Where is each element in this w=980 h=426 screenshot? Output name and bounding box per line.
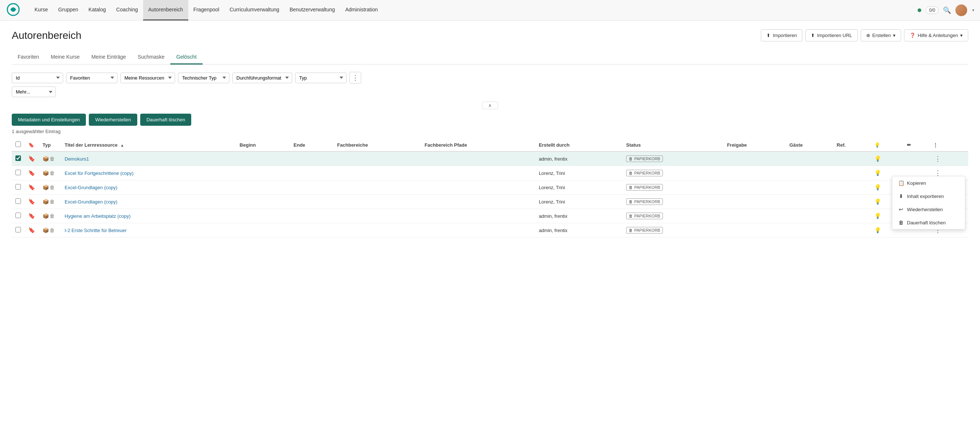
tab-meine-eintraege[interactable]: Meine Einträge <box>86 50 132 65</box>
avatar-caret[interactable]: ▾ <box>972 8 974 12</box>
collapse-filters-button[interactable]: ∧ <box>482 101 498 109</box>
context-menu-icon: ⬇ <box>898 193 904 199</box>
nav-item-coaching[interactable]: Coaching <box>111 0 143 21</box>
navbar-right: 0/0 🔍 ▾ <box>918 5 974 16</box>
bulb-icon[interactable]: 💡 <box>874 213 881 219</box>
hilfe-button[interactable]: ❓ Hilfe & Anleitungen ▾ <box>904 29 968 41</box>
filter-id[interactable]: Id <box>12 73 63 83</box>
edit-header-icon: ✏ <box>907 142 911 148</box>
nav-item-administration[interactable]: Administration <box>340 0 383 21</box>
trash-icon: 🗑 <box>629 185 633 190</box>
row-checkbox[interactable] <box>16 213 21 218</box>
row-status-cell: 🗑 PAPIERKORB <box>622 195 724 209</box>
bookmark-icon[interactable]: 🔖 <box>28 184 35 190</box>
trash-icon: 🗑 <box>629 157 633 161</box>
tab-meine-kurse[interactable]: Meine Kurse <box>45 50 86 65</box>
row-menu-button[interactable]: ⋮ <box>933 155 943 163</box>
nav-item-kurse[interactable]: Kurse <box>29 0 53 21</box>
table-row: 🔖 📦 🗑 I-2 Erste Schritte für Betreuer ad… <box>12 223 968 238</box>
logo[interactable] <box>6 2 21 18</box>
filter-technischer-typ[interactable]: Technischer Typ <box>178 73 229 83</box>
th-titel[interactable]: Titel der Lernressource ▲ <box>61 139 236 151</box>
row-ende-cell <box>290 195 334 209</box>
th-select-all <box>12 139 25 151</box>
nav-item-benutzerverwaltung[interactable]: Benutzerverwaltung <box>285 0 340 21</box>
filter-more-options-button[interactable]: ⋮ <box>349 72 361 84</box>
bookmark-icon[interactable]: 🔖 <box>28 170 35 176</box>
type-icon-2: 🗑 <box>49 156 55 162</box>
row-checkbox[interactable] <box>16 227 21 233</box>
avatar[interactable] <box>955 5 967 16</box>
nav-item-katalog[interactable]: Katalog <box>83 0 111 21</box>
importieren-url-button[interactable]: ⬆ Importieren URL <box>805 29 858 41</box>
bookmark-icon[interactable]: 🔖 <box>28 227 35 233</box>
wiederherstellen-button[interactable]: Wiederherstellen <box>89 114 137 126</box>
filter-durchfuehrungsformat[interactable]: Durchführungsformat <box>232 73 292 83</box>
tab-suchmaske[interactable]: Suchmaske <box>132 50 170 65</box>
page-content: Autorenbereich ⬆ Importieren ⬆ Importier… <box>0 21 980 246</box>
th-ende: Ende <box>290 139 334 151</box>
row-checkbox-cell <box>12 223 25 238</box>
bookmark-icon[interactable]: 🔖 <box>28 198 35 204</box>
nav-item-fragenpool[interactable]: Fragenpool <box>188 0 224 21</box>
row-fachbereich-pfade-cell <box>421 223 535 238</box>
filter-favoriten[interactable]: Favoriten <box>66 73 118 83</box>
row-titel-cell: Excel für Fortgeschrittene (copy) <box>61 166 236 181</box>
filter-typ[interactable]: Typ <box>295 73 347 83</box>
bulb-icon[interactable]: 💡 <box>874 227 881 233</box>
status-label: PAPIERKORB <box>634 214 660 218</box>
nav-item-autorenbereich[interactable]: Autorenbereich <box>143 0 188 21</box>
row-fachbereich-pfade-cell <box>421 166 535 181</box>
bulb-icon[interactable]: 💡 <box>874 170 881 176</box>
row-checkbox[interactable] <box>16 184 21 190</box>
resource-link[interactable]: Demokurs1 <box>65 156 89 162</box>
bulb-icon[interactable]: 💡 <box>874 184 881 190</box>
context-menu-item[interactable]: ⬇ Inhalt exportieren <box>892 190 965 203</box>
context-menu-item[interactable]: ↩ Wiederherstellen <box>892 203 965 216</box>
type-icon-2: 🗑 <box>49 184 55 190</box>
erstellen-button[interactable]: ⊕ Erstellen ▾ <box>861 29 902 41</box>
row-edit-cell <box>903 151 929 166</box>
row-checkbox[interactable] <box>16 155 21 161</box>
nav-item-gruppen[interactable]: Gruppen <box>53 0 83 21</box>
row-titel-cell: Hygiene am Arbeitsplatz (copy) <box>61 209 236 223</box>
resource-link[interactable]: Excel-Grundlagen (copy) <box>65 199 118 204</box>
row-checkbox[interactable] <box>16 198 21 204</box>
resource-link[interactable]: Excel-Grundlagen (copy) <box>65 185 118 190</box>
context-menu-label: Kopieren <box>907 181 926 186</box>
row-type-cell: 📦 🗑 <box>39 223 61 238</box>
bookmark-icon[interactable]: 🔖 <box>28 155 35 162</box>
row-erstellt-durch-cell: Lorenz, Trini <box>535 181 622 195</box>
tab-geloescht[interactable]: Gelöscht <box>170 50 202 65</box>
filter-mehr[interactable]: Mehr... <box>12 87 56 97</box>
table-row: 🔖 📦 🗑 Hygiene am Arbeitsplatz (copy) adm… <box>12 209 968 223</box>
select-all-checkbox[interactable] <box>16 141 21 147</box>
nav-item-curriculumverwaltung[interactable]: Curriculumverwaltung <box>224 0 284 21</box>
resource-link[interactable]: I-2 Erste Schritte für Betreuer <box>65 228 127 233</box>
metadaten-button[interactable]: Metadaten und Einstellungen <box>12 114 86 126</box>
filter-meine-ressourcen[interactable]: Meine Ressourcen <box>120 73 175 83</box>
context-menu-item[interactable]: 📋 Kopieren <box>892 176 965 190</box>
action-buttons: Metadaten und Einstellungen Wiederherste… <box>12 114 968 126</box>
resource-link[interactable]: Hygiene am Arbeitsplatz (copy) <box>65 213 130 219</box>
bulb-icon[interactable]: 💡 <box>874 155 881 162</box>
row-checkbox[interactable] <box>16 170 21 175</box>
resource-link[interactable]: Excel für Fortgeschrittene (copy) <box>65 171 134 176</box>
dauerhaft-loeschen-button[interactable]: Dauerhaft löschen <box>140 114 192 126</box>
search-button[interactable]: 🔍 <box>943 6 951 14</box>
tab-favoriten[interactable]: Favoriten <box>12 50 45 65</box>
row-ende-cell <box>290 181 334 195</box>
context-menu-item[interactable]: 🗑 Dauerhaft löschen <box>892 216 965 229</box>
row-type-cell: 📦 🗑 <box>39 195 61 209</box>
table-row: 🔖 📦 🗑 Excel-Grundlagen (copy) Lorenz, Tr… <box>12 195 968 209</box>
row-bulb-cell: 💡 <box>870 151 903 166</box>
row-ref-cell <box>833 181 870 195</box>
table-header-row: 🔖 Typ Titel der Lernressource ▲ Beginn E… <box>12 139 968 151</box>
type-icon-2: 🗑 <box>49 170 55 176</box>
row-titel-cell: Excel-Grundlagen (copy) <box>61 181 236 195</box>
bookmark-icon[interactable]: 🔖 <box>28 213 35 219</box>
bulb-icon[interactable]: 💡 <box>874 198 881 204</box>
importieren-button[interactable]: ⬆ Importieren <box>761 29 802 41</box>
row-freigabe-cell <box>724 195 786 209</box>
row-ref-cell <box>833 195 870 209</box>
